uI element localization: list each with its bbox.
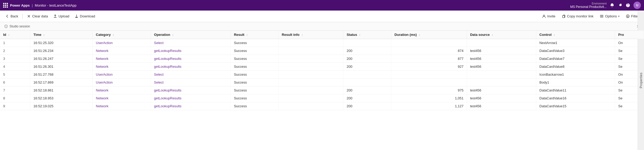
table-row[interactable]: 8 16:52:18.953 Network getLookupResults … [0,94,644,102]
topbar-separator: | [32,3,33,7]
cell-status: 200 [343,47,391,55]
col-id[interactable]: Id ↕ [0,31,30,39]
topbar-right: Environment MS Personal Productivit... U [570,2,641,9]
cell-result: Success [231,63,279,71]
download-icon [75,14,79,18]
cell-result: Success [231,102,279,110]
avatar[interactable]: U [633,2,641,9]
table-row[interactable]: 5 16:51:27.768 UserAction Select Success… [0,71,644,79]
cell-operation: Select [151,39,231,47]
table-row[interactable]: 1 16:51:25.320 UserAction Select Success… [0,39,644,47]
cell-id: 5 [0,71,30,79]
sort-icon-result: ↕ [246,33,248,36]
cell-data-source: test456 [467,102,536,110]
cell-result: Success [231,47,279,55]
environment-label: Environment [592,2,607,5]
cell-id: 3 [0,55,30,63]
cell-operation: getLookupResults [151,86,231,94]
invite-button[interactable]: Invite [540,13,558,20]
col-result-info[interactable]: Result info ↕ [279,31,343,39]
cell-duration-ms: 874 [391,47,467,55]
topbar-app-name: Power Apps [10,3,30,7]
actionbar: Back Clear data Upload Download Invite [0,11,644,22]
cell-time: 16:51:26.301 [30,63,92,71]
table-row[interactable]: 7 16:52:18.861 Network getLookupResults … [0,86,644,94]
filter-icon [626,14,630,18]
invite-icon [542,14,546,18]
cell-duration-ms: 975 [391,86,467,94]
topbar: Power Apps | Monitor - testLanceTestApp … [0,0,644,11]
svg-rect-0 [3,3,4,4]
col-operation[interactable]: Operation ↕ [151,31,231,39]
sort-icon-duration: ↕ [419,33,420,36]
col-category[interactable]: Category ↕ [92,31,151,39]
cell-data-source: test456 [467,94,536,102]
copy-monitor-link-button[interactable]: Copy monitor link [560,13,596,20]
topbar-title: Monitor - testLanceTestApp [35,3,76,7]
svg-rect-7 [5,7,6,8]
table-body: 1 16:51:25.320 UserAction Select Success… [0,39,644,110]
col-status[interactable]: Status ↕ [343,31,391,39]
download-label: Download [80,14,95,18]
back-button[interactable]: Back [3,13,20,20]
download-button[interactable]: Download [72,13,97,20]
cell-status [343,71,391,79]
cell-data-source [467,39,536,47]
infobar: Studio session ✕ [0,22,644,31]
table-header: Id ↕ Time ↕ Category ↕ Operation ↕ Resul… [0,31,644,39]
monitor-table: Id ↕ Time ↕ Category ↕ Operation ↕ Resul… [0,31,644,110]
cell-status: 200 [343,86,391,94]
col-duration-ms[interactable]: Duration (ms) ↕ [391,31,467,39]
copy-monitor-link-label: Copy monitor link [567,14,593,18]
table-row[interactable]: 3 16:51:26.247 Network getLookupResults … [0,55,644,63]
cell-id: 6 [0,79,30,86]
cell-data-source [467,71,536,79]
cell-data-source: test456 [467,55,536,63]
clear-data-button[interactable]: Clear data [25,13,50,20]
studio-session-label: Studio session [9,25,30,28]
back-label: Back [11,14,18,18]
upload-button[interactable]: Upload [51,13,71,20]
settings-icon[interactable] [618,3,622,8]
cell-duration-ms: 1,051 [391,94,467,102]
table-row[interactable]: 9 16:52:19.025 Network getLookupResults … [0,102,644,110]
table-row[interactable]: 6 16:52:17.869 UserAction Select Success… [0,79,644,86]
table-row[interactable]: 2 16:51:26.234 Network getLookupResults … [0,47,644,55]
sort-icon-control: ↕ [554,33,555,36]
col-properties[interactable]: Pro [615,31,644,39]
cell-operation: Select [151,71,231,79]
col-result[interactable]: Result ↕ [231,31,279,39]
notifications-icon[interactable] [610,3,614,8]
cell-result-info [279,63,343,71]
col-data-source[interactable]: Data source ↕ [467,31,536,39]
options-chevron-icon: ▾ [618,15,619,18]
cell-status: 200 [343,55,391,63]
cell-control: DataCardValue3 [536,47,615,55]
cell-result-info [279,39,343,47]
col-time[interactable]: Time ↕ [30,31,92,39]
cell-duration-ms [391,39,467,47]
cell-id: 1 [0,39,30,47]
properties-sidebar-label: Properties [639,72,643,88]
cell-operation: getLookupResults [151,47,231,55]
cell-id: 7 [0,86,30,94]
sort-icon-status: ↕ [359,33,360,36]
cell-time: 16:52:19.025 [30,102,92,110]
cell-data-source [467,79,536,86]
cell-result: Success [231,86,279,94]
svg-point-9 [543,15,545,17]
svg-rect-4 [5,5,6,6]
upload-icon [53,14,57,18]
svg-rect-8 [7,7,8,8]
col-control[interactable]: Control ↕ [536,31,615,39]
cell-result-info [279,47,343,55]
options-button[interactable]: Options ▾ [598,13,622,20]
table-row[interactable]: 4 16:51:26.301 Network getLookupResults … [0,63,644,71]
cell-status: 200 [343,63,391,71]
help-icon[interactable] [626,3,630,8]
cell-operation: getLookupResults [151,63,231,71]
cell-data-source: test456 [467,86,536,94]
actionbar-right: Invite Copy monitor link Options ▾ Filte… [540,13,641,20]
copy-icon [562,14,566,18]
cell-result-info [279,71,343,79]
